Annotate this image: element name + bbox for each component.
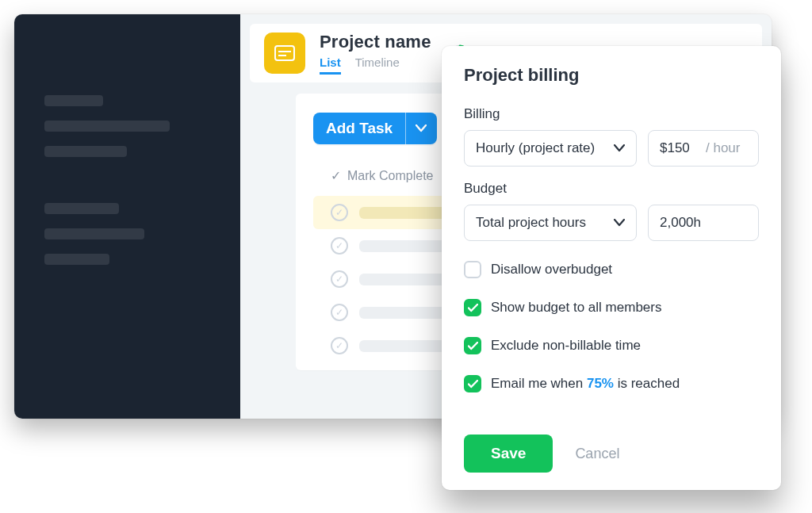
budget-value: 2,000h <box>660 215 701 231</box>
check-icon: ✓ <box>331 168 341 183</box>
task-complete-toggle[interactable]: ✓ <box>331 270 348 288</box>
add-task-button-group: Add Task <box>313 113 437 144</box>
modal-title: Project billing <box>464 65 759 86</box>
sidebar-item[interactable] <box>44 228 144 239</box>
tab-list[interactable]: List <box>320 56 341 75</box>
rate-suffix: / hour <box>706 140 740 156</box>
budget-value-input-wrap[interactable]: 2,000h <box>648 205 759 241</box>
sidebar-item[interactable] <box>44 95 103 106</box>
task-complete-toggle[interactable]: ✓ <box>331 237 348 255</box>
chevron-down-icon <box>614 140 625 156</box>
checkbox-exclude-nonbillable[interactable] <box>464 337 481 354</box>
email-threshold-percent[interactable]: 75% <box>587 376 614 391</box>
billing-mode-value: Hourly (project rate) <box>476 140 595 156</box>
checkbox-email-label: Email me when 75% is reached <box>491 376 680 392</box>
sidebar <box>14 14 240 419</box>
checkbox-email-threshold[interactable] <box>464 375 481 392</box>
project-tabs: List Timeline <box>320 56 431 75</box>
chevron-down-icon <box>416 124 427 132</box>
tab-timeline[interactable]: Timeline <box>355 56 400 75</box>
budget-mode-select[interactable]: Total project hours <box>464 205 637 241</box>
cancel-button[interactable]: Cancel <box>575 446 619 462</box>
checkbox-show-label: Show budget to all members <box>491 300 661 316</box>
checkbox-disallow-label: Disallow overbudget <box>491 262 612 278</box>
sidebar-item[interactable] <box>44 121 170 132</box>
add-task-dropdown[interactable] <box>405 113 437 144</box>
save-button[interactable]: Save <box>464 435 553 473</box>
mark-complete-label: Mark Complete <box>347 169 433 183</box>
billing-mode-select[interactable]: Hourly (project rate) <box>464 130 637 167</box>
task-complete-toggle[interactable]: ✓ <box>331 304 348 321</box>
sidebar-item[interactable] <box>44 146 127 157</box>
task-complete-toggle[interactable]: ✓ <box>331 204 348 221</box>
add-task-button[interactable]: Add Task <box>313 113 405 144</box>
billing-section-label: Billing <box>464 106 759 122</box>
budget-mode-value: Total project hours <box>476 215 586 231</box>
budget-section-label: Budget <box>464 181 759 197</box>
sidebar-item[interactable] <box>44 203 119 214</box>
task-complete-toggle[interactable]: ✓ <box>331 337 348 354</box>
rate-input[interactable] <box>660 140 701 156</box>
svg-rect-0 <box>275 46 294 60</box>
chevron-down-icon <box>614 215 625 231</box>
checkbox-exclude-label: Exclude non-billable time <box>491 338 641 354</box>
rate-input-wrap[interactable]: / hour <box>648 130 759 167</box>
checkbox-show-budget[interactable] <box>464 299 481 316</box>
project-billing-modal: Project billing Billing Hourly (project … <box>442 46 781 490</box>
checkbox-disallow-overbudget[interactable] <box>464 261 481 278</box>
project-title: Project name <box>320 32 431 52</box>
project-icon <box>264 33 305 74</box>
sidebar-item[interactable] <box>44 254 109 265</box>
